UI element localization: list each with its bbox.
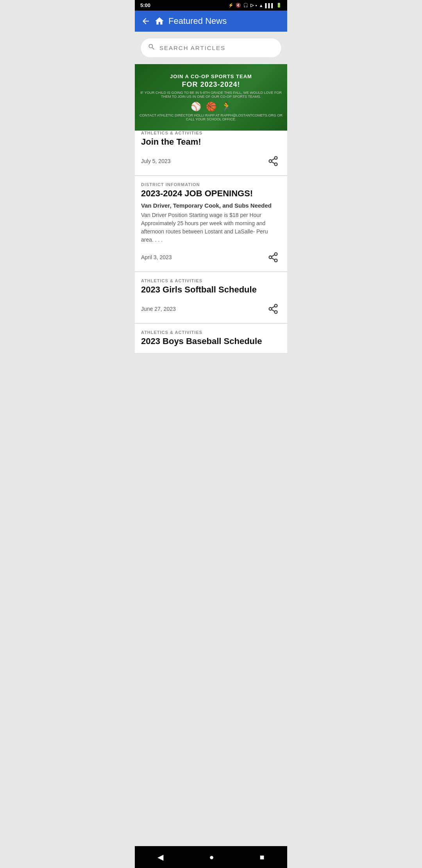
search-container: [135, 32, 287, 64]
article-date: April 3, 2023: [141, 254, 172, 260]
article-title: 2023 Boys Baseball Schedule: [135, 336, 287, 346]
home-icon: [154, 16, 165, 26]
article-footer: July 5, 2023: [135, 150, 287, 169]
article-date: June 27, 2023: [141, 306, 176, 312]
nav-bar: ◀ ● ■: [135, 846, 287, 868]
basketball-icon: 🏀: [206, 102, 216, 112]
article-card[interactable]: DISTRICT INFORMATION 2023-2024 JOB OPENI…: [135, 176, 287, 271]
battery-icon: 🔋: [276, 3, 282, 8]
svg-point-6: [269, 256, 272, 258]
person-icon: 🏃: [221, 102, 232, 112]
play-icon: ▷: [250, 3, 254, 8]
article-footer: April 3, 2023: [135, 246, 287, 265]
flash-icon: ⚡: [228, 3, 234, 8]
home-button[interactable]: [154, 16, 165, 26]
article-subtitle: Van Driver, Temporary Cook, and Subs Nee…: [135, 202, 287, 209]
app-header: Featured News: [135, 11, 287, 32]
search-icon: [148, 43, 156, 53]
back-icon: [141, 16, 150, 26]
banner-line2: FOR 2023-2024!: [182, 81, 240, 88]
nav-recent-button[interactable]: ■: [252, 851, 272, 863]
share-icon: [268, 252, 279, 263]
share-button[interactable]: [265, 249, 281, 265]
nav-back-icon: ◀: [157, 853, 163, 861]
status-time: 5:00: [140, 2, 150, 8]
search-input[interactable]: [159, 45, 274, 51]
banner-text-top: JOIN A CO-OP SPORTS TEAM FOR 2023-2024!: [162, 74, 260, 89]
search-box[interactable]: [140, 38, 282, 58]
sound-icon: 🔇: [236, 3, 241, 8]
svg-point-0: [275, 157, 277, 160]
article-category: ATHLETICS & ACTIVITIES: [135, 278, 287, 283]
article-image: JOIN A CO-OP SPORTS TEAM FOR 2023-2024! …: [135, 64, 287, 131]
article-title: 2023-2024 JOB OPENINGS!: [135, 188, 287, 199]
status-icons: ⚡ 🔇 🎧 ▷ • ▲ ▌▌▌ 🔋: [228, 3, 282, 8]
svg-point-12: [275, 311, 277, 314]
article-footer: June 27, 2023: [135, 298, 287, 317]
share-button[interactable]: [265, 153, 281, 169]
nav-home-button[interactable]: ●: [201, 851, 222, 863]
article-category: DISTRICT INFORMATION: [135, 182, 287, 187]
article-title: 2023 Girls Softball Schedule: [135, 285, 287, 295]
svg-line-14: [272, 307, 275, 308]
article-card[interactable]: ATHLETICS & ACTIVITIES 2023 Girls Softba…: [135, 272, 287, 323]
svg-point-10: [275, 305, 277, 307]
sports-icons-row: ⚾ 🏀 🏃: [191, 102, 232, 112]
nav-back-button[interactable]: ◀: [150, 851, 171, 863]
banner-sub: IF YOUR CHILD IS GOING TO BE IN 5-8TH GR…: [135, 91, 287, 99]
nav-recent-icon: ■: [259, 853, 264, 861]
signal-icon: ▌▌▌: [265, 3, 274, 8]
page-title: Featured News: [168, 16, 281, 26]
article-body: Van Driver Position Starting wage is $18…: [135, 211, 287, 244]
svg-point-1: [269, 160, 272, 163]
wifi-icon: ▲: [259, 3, 263, 8]
svg-point-2: [275, 163, 277, 166]
article-card[interactable]: ATHLETICS & ACTIVITIES 2023 Boys Basebal…: [135, 324, 287, 353]
bluetooth-icon: 🎧: [243, 3, 249, 8]
nav-home-icon: ●: [209, 853, 214, 861]
svg-point-7: [275, 259, 277, 262]
article-category: ATHLETICS & ACTIVITIES: [135, 330, 287, 335]
svg-point-11: [269, 308, 272, 310]
svg-point-5: [275, 253, 277, 255]
back-button[interactable]: [141, 16, 150, 26]
svg-line-4: [272, 159, 275, 161]
share-icon: [268, 303, 279, 314]
status-bar: 5:00 ⚡ 🔇 🎧 ▷ • ▲ ▌▌▌ 🔋: [135, 0, 287, 11]
svg-line-13: [272, 310, 275, 312]
svg-line-3: [272, 162, 275, 164]
banner-contact: CONTACT ATHLETIC DIRECTOR HOLLI RAPP AT …: [135, 113, 287, 121]
article-category: ATHLETICS & ACTIVITIES: [135, 131, 287, 135]
article-card[interactable]: JOIN A CO-OP SPORTS TEAM FOR 2023-2024! …: [135, 64, 287, 176]
share-icon: [268, 156, 279, 167]
article-title: Join the Team!: [135, 137, 287, 147]
content-scroll: JOIN A CO-OP SPORTS TEAM FOR 2023-2024! …: [135, 32, 287, 377]
share-button[interactable]: [265, 301, 281, 317]
banner-line1: JOIN A CO-OP SPORTS TEAM: [170, 74, 252, 79]
news-list: JOIN A CO-OP SPORTS TEAM FOR 2023-2024! …: [135, 64, 287, 353]
svg-line-9: [272, 255, 275, 256]
dot-icon: •: [256, 3, 257, 8]
svg-line-8: [272, 258, 275, 260]
article-date: July 5, 2023: [141, 158, 171, 164]
baseball-icon: ⚾: [191, 102, 201, 112]
